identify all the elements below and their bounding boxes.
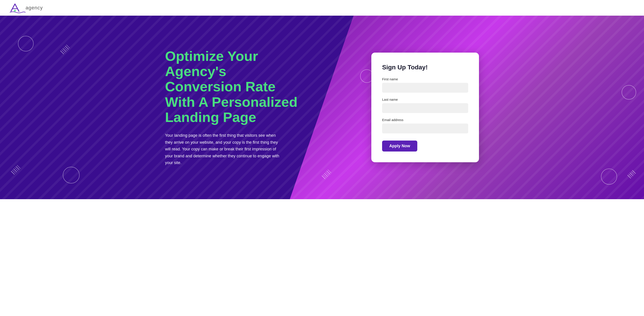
last-name-group: Last name: [382, 98, 468, 113]
hero-section: Optimize Your Agency's Conversion Rate W…: [0, 16, 644, 199]
hero-body-text: Your landing page is often the first thi…: [165, 132, 282, 166]
last-name-label: Last name: [382, 98, 468, 101]
site-header: agency: [0, 0, 644, 16]
deco-circle-bot-right: [601, 168, 617, 185]
hero-content: Optimize Your Agency's Conversion Rate W…: [165, 49, 479, 166]
logo-icon: [9, 2, 27, 13]
apply-now-button[interactable]: Apply Now: [382, 141, 417, 152]
email-label: Email address: [382, 118, 468, 122]
last-name-input[interactable]: [382, 103, 468, 113]
email-group: Email address: [382, 118, 468, 133]
logo: agency: [9, 2, 43, 13]
logo-text: agency: [26, 5, 43, 11]
hero-left-panel: Optimize Your Agency's Conversion Rate W…: [165, 49, 300, 166]
email-input[interactable]: [382, 124, 468, 133]
deco-circle-bot-left: [63, 167, 80, 183]
first-name-label: First name: [382, 77, 468, 81]
signup-form-card: Sign Up Today! First name Last name Emai…: [371, 53, 479, 162]
deco-circle-right: [622, 85, 636, 100]
first-name-group: First name: [382, 77, 468, 93]
svg-point-0: [14, 10, 16, 11]
form-title: Sign Up Today!: [382, 64, 468, 71]
first-name-input[interactable]: [382, 83, 468, 93]
hero-headline: Optimize Your Agency's Conversion Rate W…: [165, 49, 300, 125]
deco-circle-top-left: [18, 36, 34, 51]
